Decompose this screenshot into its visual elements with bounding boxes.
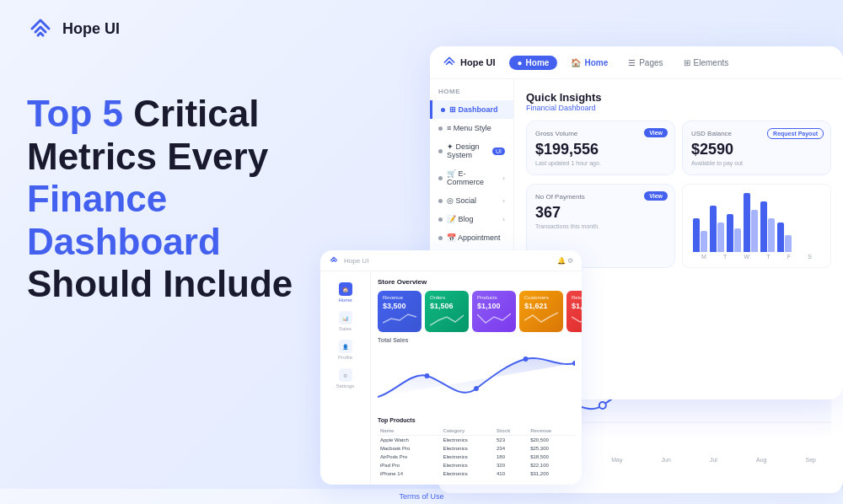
quick-insights-subtitle: Financial Dashboard [526,104,831,112]
sparkline-products: Products $1,100 [472,291,516,332]
bar-chart-area: M T W T F S [682,184,831,268]
product-category: Electronics [440,453,494,461]
product-category: Electronics [440,469,494,478]
hero-title: Top 5 CriticalMetrics Every FinanceDashb… [27,93,322,306]
bar-light-6 [785,235,792,252]
sparkline-revenue-value: $3,500 [383,302,416,310]
sparkline-customers-value: $1,621 [524,302,558,310]
month-may: May [611,457,622,463]
bar-blue-3 [727,214,733,252]
sparkline-returns-value: $1,321 [572,302,582,310]
store-home-label: Home [338,298,352,303]
sidebar-item-menu-style[interactable]: ≡ Menu Style [430,119,513,137]
gross-volume-sub: Last updated 1 hour ago. [535,160,666,166]
product-category: Electronics [440,461,494,469]
product-name: iPad Pro [378,461,440,469]
sparkline-cards: Revenue $3,500 Orders $1,506 Products $1… [378,291,575,332]
chart-x-labels: M T W T F S [690,252,824,260]
bar-group-6 [777,223,792,252]
total-sales-chart [378,346,575,414]
nav-item-pages[interactable]: ☰ Pages [621,56,669,70]
logo-icon [27,15,54,42]
bar-group-2 [710,206,724,252]
product-revenue: $25,300 [528,444,575,453]
sparkline-products-label: Products [477,295,511,300]
x-label-m: M [701,254,706,260]
sidebar-item-dashboard[interactable]: ⊞ Dashboard [430,100,513,119]
gross-volume-value: $199,556 [535,141,666,158]
usd-balance-value: $2590 [691,141,822,158]
col-name: Name [378,426,440,436]
gross-volume-btn[interactable]: View [644,128,668,137]
sidebar-item-appointment[interactable]: 📅 Appointment [430,228,513,247]
x-label-t1: T [723,254,727,260]
sidebar-item-design-system[interactable]: ✦ Design SystemUI [430,137,513,164]
month-jun: Jun [662,457,671,463]
hero-highlight: Top 5 [27,93,123,134]
store-settings-label: Settings [336,383,355,389]
usd-balance-btn[interactable]: Request Payout [767,128,824,139]
top-products-table: Name Category Stock Revenue Apple Watch … [378,426,575,478]
store-sidebar-home[interactable]: 🏠 Home [320,278,370,307]
store-sidebar-user[interactable]: 👤 Profile [320,335,370,364]
terms-link[interactable]: Terms of Use [399,492,443,501]
nav-item-elements[interactable]: ⊞ Elements [677,56,736,70]
sparkline-products-value: $1,100 [477,302,511,310]
total-sales-section: Total Sales [378,337,575,414]
bar-group-1 [693,218,707,252]
product-revenue: $18,500 [528,453,575,461]
store-sidebar-chart[interactable]: 📊 Sales [320,307,370,335]
sidebar-item-social[interactable]: ◎ Social› [430,191,513,210]
product-name: AirPods Pro [378,453,440,461]
usd-balance-card: USD Balance $2590 Available to pay out R… [682,121,831,175]
product-stock: 320 [494,461,528,469]
x-label-w: W [744,254,750,260]
svg-point-2 [524,357,529,362]
screenshots-area: Hope UI ● Home 🏠 Home ☰ Pages ⊞ Elements… [320,46,843,493]
bar-blue-4 [744,193,750,252]
hero-finance: FinanceDashboard [27,178,221,262]
x-label-t2: T [766,254,770,260]
sparkline-revenue-label: Revenue [383,295,416,300]
payments-btn[interactable]: View [644,191,668,201]
product-stock: 234 [494,444,528,453]
dashboard-nav: Hope UI ● Home 🏠 Home ☰ Pages ⊞ Elements [430,46,843,79]
svg-point-11 [599,402,606,409]
store-nav: Hope UI 🔔 ⚙ [320,250,582,271]
nav-item-home[interactable]: 🏠 Home [564,56,615,70]
nav-pill-home[interactable]: ● Home [509,56,558,70]
store-user-icon: 👤 [339,340,352,353]
product-stock: 523 [494,436,528,445]
bar-light-4 [751,210,758,252]
bar-light-5 [768,218,775,252]
x-label-f: F [787,254,791,260]
top-products-section: Top Products Name Category Stock Revenue [378,417,575,478]
product-category: Electronics [440,436,494,445]
svg-point-1 [474,386,479,391]
bar-group-3 [727,214,741,252]
bar-light-3 [734,228,741,252]
store-chart-icon: 📊 [339,311,352,324]
store-main: Store Overview Revenue $3,500 Orders $1,… [371,271,582,485]
quick-insights-title: Quick Insights [526,91,831,104]
sparkline-customers-label: Customers [524,295,558,300]
sidebar-item-ecommerce[interactable]: 🛒 E-Commerce› [430,164,513,191]
metrics-row: Gross Volume $199,556 Last updated 1 hou… [526,121,831,175]
total-sales-label: Total Sales [378,337,575,343]
sidebar-section-label: HOME [430,88,513,100]
bar-blue-6 [777,223,784,252]
hero-part3: Should Include [27,263,293,304]
svg-point-3 [572,361,575,366]
sparkline-orders: Orders $1,506 [425,291,469,332]
store-sidebar-settings[interactable]: ⚙ Settings [320,364,370,393]
product-revenue: $20,500 [528,436,575,445]
product-name: iPhone 14 [378,469,440,478]
store-chart-label: Sales [339,326,352,331]
month-aug: Aug [756,457,766,463]
sidebar-item-blog[interactable]: 📝 Blog› [430,210,513,228]
dash-logo-text: Hope UI [460,57,496,67]
svg-point-0 [425,373,430,378]
table-row: iPad Pro Electronics 320 $22,100 [378,461,575,469]
store-dashboard: Hope UI 🔔 ⚙ 🏠 Home 📊 Sales 👤 Profile [320,250,582,485]
sparkline-returns: Returns $1,321 [566,291,582,332]
